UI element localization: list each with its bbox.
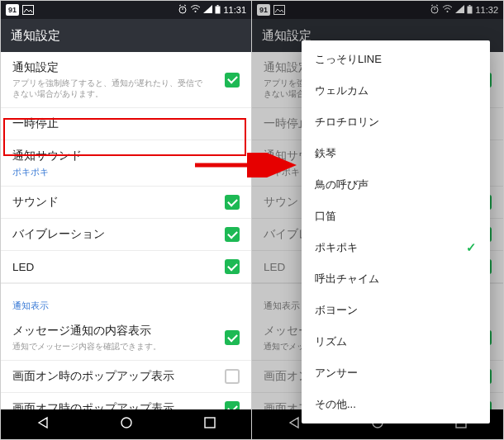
row-led[interactable]: LED [1,251,251,283]
sound-select-popup: こっそりLINEウェルカムチロチロリン鉄琴鳥の呼び声口笛ポキポキ✓呼出チャイムボ… [302,40,490,423]
sound-option[interactable]: その他... [302,389,490,420]
option-label: 鳥の呼び声 [315,177,368,192]
option-label: こっそりLINE [315,52,382,67]
notification-badge-icon: 91 [6,4,19,16]
row-title: 画面オフ時のポップアップ表示 [12,401,174,409]
checkbox-icon[interactable] [225,401,240,409]
row-subtitle: 通知でメッセージ内容を確認できます。 [12,341,161,352]
option-label: ボヨーン [315,303,358,318]
row-popup-screen-on[interactable]: 画面オン時のポップアップ表示 [1,361,251,393]
navigation-bar [1,409,251,439]
row-popup-screen-off[interactable]: 画面オフ時のポップアップ表示 [1,393,251,409]
svg-rect-11 [205,418,215,428]
row-title: LED [12,261,34,273]
option-label: その他... [315,397,356,412]
left-phone: 91 11:31 通知設定 通知設定 アプリを強制終了すると、通知が遅れたり、受… [1,1,252,439]
sound-option[interactable]: 鳥の呼び声 [302,169,490,201]
sound-option[interactable]: 鉄琴 [302,138,490,169]
row-title: 画面オン時のポップアップ表示 [12,369,174,384]
svg-point-10 [121,418,131,428]
checkbox-icon[interactable] [225,369,240,384]
option-label: 鉄琴 [315,146,336,161]
status-bar: 91 11:31 [1,1,251,19]
option-label: リズム [315,334,347,349]
checkbox-icon[interactable] [225,330,240,345]
nav-home-icon[interactable] [119,415,134,433]
checkbox-icon[interactable] [225,73,240,88]
svg-line-3 [179,5,181,6]
row-message-content[interactable]: メッセージ通知の内容表示 通知でメッセージ内容を確認できます。 [1,315,251,361]
app-bar: 通知設定 [1,19,251,52]
row-subtitle: アプリを強制終了すると、通知が遅れたり、受信できない場合があります。 [12,78,202,99]
row-title: サウンド [12,195,59,210]
wifi-icon [190,5,201,15]
svg-line-4 [184,5,186,6]
nav-recent-icon[interactable] [202,415,217,433]
row-title: バイブレーション [12,227,105,242]
option-label: ウェルカム [315,83,368,98]
battery-icon [215,5,221,16]
checkbox-icon[interactable] [225,195,240,210]
settings-list: 通知設定 アプリを強制終了すると、通知が遅れたり、受信できない場合があります。 … [1,52,251,409]
svg-marker-6 [203,5,212,13]
alarm-icon [178,4,188,16]
sound-option[interactable]: リズム [302,326,490,357]
nav-back-icon[interactable] [36,415,50,433]
sound-option[interactable]: 口笛 [302,201,490,232]
row-title: メッセージ通知の内容表示 [12,324,161,338]
option-label: ポキポキ [315,240,358,255]
svg-rect-8 [216,6,221,13]
row-subtitle: ポキポキ [12,166,82,177]
checkmark-icon: ✓ [466,240,477,255]
page-title: 通知設定 [11,28,60,44]
checkbox-icon[interactable] [225,259,240,274]
section-header: 通知表示 [1,291,251,315]
right-phone: 91 11:32 通知設定 通知設定 アプリを強制終了すると、通知が遅れたり、受… [252,1,503,439]
signal-icon [203,5,212,15]
row-title: 通知サウンド [12,149,82,163]
option-label: チロチロリン [315,115,379,130]
picture-icon [22,5,34,15]
option-label: 口笛 [315,209,336,224]
sound-option[interactable]: ウェルカム [302,75,490,106]
row-notification-setting[interactable]: 通知設定 アプリを強制終了すると、通知が遅れたり、受信できない場合があります。 [1,52,251,108]
option-label: 呼出チャイム [315,272,379,286]
row-sound-switch[interactable]: サウンド [1,187,251,219]
sound-option[interactable]: アンサー [302,357,490,389]
row-title: 通知設定 [12,60,202,75]
row-vibration[interactable]: バイブレーション [1,219,251,251]
sound-option[interactable]: こっそりLINE [302,44,490,75]
checkbox-icon[interactable] [225,227,240,242]
clock-text: 11:31 [223,5,246,15]
sound-option[interactable]: ポキポキ✓ [302,232,490,263]
sound-option[interactable]: 呼出チャイム [302,263,490,295]
sound-option[interactable]: ボヨーン [302,295,490,326]
svg-rect-0 [23,6,34,15]
svg-point-5 [195,11,197,12]
row-title: 一時停止 [12,116,59,131]
svg-rect-7 [217,5,219,7]
sound-option[interactable]: チロチロリン [302,106,490,138]
option-label: アンサー [315,366,358,381]
row-notification-sound[interactable]: 通知サウンド ポキポキ [1,140,251,187]
svg-marker-9 [39,418,47,428]
row-pause[interactable]: 一時停止 [1,108,251,140]
